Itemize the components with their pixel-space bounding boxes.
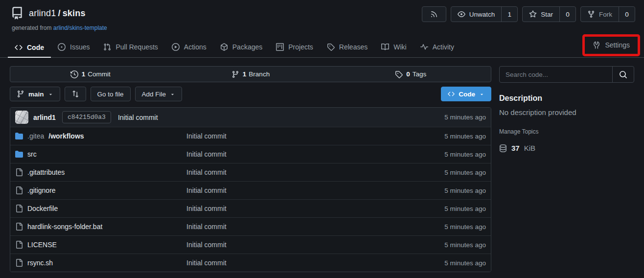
file-name: .gitattributes xyxy=(27,168,65,176)
tab-pull-requests[interactable]: Pull Requests xyxy=(96,37,164,57)
file-link[interactable]: hardlink-songs-folder.bat xyxy=(15,223,186,231)
repo-owner-link[interactable]: arlind1 xyxy=(29,8,56,18)
go-to-file-button[interactable]: Go to file xyxy=(91,87,131,101)
tags-stat[interactable]: 0 Tags xyxy=(331,70,491,78)
search-button[interactable] xyxy=(612,67,634,82)
star-button-group: Star 0 xyxy=(522,6,576,22)
code-toolbar: main Go to file Add File Code xyxy=(10,87,491,101)
database-icon xyxy=(499,144,507,152)
file-name: .gitignore xyxy=(27,186,56,194)
description-title: Description xyxy=(499,94,634,103)
issues-icon xyxy=(58,43,66,51)
star-button[interactable]: Star xyxy=(523,7,559,22)
generated-from: generated from arlind/skins-template xyxy=(12,24,635,31)
settings-highlight-annotation: Settings xyxy=(582,34,640,56)
tab-label: Wiki xyxy=(393,43,406,51)
file-link[interactable]: rsync.sh xyxy=(15,259,186,267)
packages-icon xyxy=(220,43,228,51)
file-commit-message[interactable]: Initial commit xyxy=(186,150,444,158)
file-link[interactable]: Dockerfile xyxy=(15,205,186,212)
tab-code[interactable]: Code xyxy=(8,38,51,58)
unwatch-button[interactable]: Unwatch xyxy=(451,7,502,22)
add-file-button[interactable]: Add File xyxy=(135,87,183,101)
repo-title: arlind1/skins xyxy=(29,8,86,19)
branch-icon xyxy=(17,90,24,98)
file-commit-message[interactable]: Initial commit xyxy=(186,186,444,194)
commit-author-link[interactable]: arlind1 xyxy=(33,114,56,121)
tab-label: Actions xyxy=(184,43,207,51)
tab-projects[interactable]: Projects xyxy=(269,37,320,57)
file-link[interactable]: src xyxy=(15,150,186,158)
repo-action-buttons: Unwatch 1 Star 0 Fork 0 xyxy=(422,6,635,22)
file-table: arlind1 c84215d0a3 Initial commit 5 minu… xyxy=(10,107,491,272)
file-commit-time: 5 minutes ago xyxy=(444,187,486,194)
file-row: rsync.shInitial commit5 minutes ago xyxy=(10,254,491,272)
actions-icon xyxy=(172,43,180,51)
file-commit-message[interactable]: Initial commit xyxy=(186,205,444,212)
file-icon xyxy=(15,168,23,176)
compare-button[interactable] xyxy=(65,87,86,101)
file-commit-message[interactable]: Initial commit xyxy=(186,259,444,267)
file-commit-time: 5 minutes ago xyxy=(444,241,486,249)
file-commit-message[interactable]: Initial commit xyxy=(186,168,444,176)
avatar[interactable] xyxy=(15,111,28,124)
tab-actions[interactable]: Actions xyxy=(165,37,213,57)
search-input[interactable] xyxy=(500,67,612,82)
branch-selector[interactable]: main xyxy=(10,87,60,101)
file-link[interactable]: .gitea/workflows xyxy=(15,132,186,140)
commits-stat[interactable]: 1 Commit xyxy=(10,70,170,78)
code-icon xyxy=(448,91,455,97)
fork-button[interactable]: Fork xyxy=(581,7,619,22)
tab-packages[interactable]: Packages xyxy=(213,37,269,57)
manage-topics-link[interactable]: Manage Topics xyxy=(499,128,539,135)
file-commit-time: 5 minutes ago xyxy=(444,133,486,140)
wiki-icon xyxy=(381,43,389,51)
tab-activity[interactable]: Activity xyxy=(414,37,461,57)
repo-name-link[interactable]: skins xyxy=(63,8,86,18)
tab-settings[interactable]: Settings xyxy=(585,37,638,54)
pull-request-icon xyxy=(103,43,111,51)
tab-issues[interactable]: Issues xyxy=(51,37,96,57)
tab-releases[interactable]: Releases xyxy=(320,37,374,57)
repo-size-unit: KiB xyxy=(524,144,535,152)
file-name: /workflows xyxy=(48,132,84,140)
code-icon xyxy=(15,44,23,51)
search-icon xyxy=(619,70,627,79)
add-file-label: Add File xyxy=(142,91,166,98)
commits-count: 1 xyxy=(82,70,86,78)
latest-commit-row: arlind1 c84215d0a3 Initial commit 5 minu… xyxy=(10,108,491,127)
file-path-prefix: .gitea xyxy=(27,132,44,140)
file-name: Dockerfile xyxy=(27,205,58,212)
folder-icon xyxy=(15,132,23,140)
code-download-button[interactable]: Code xyxy=(441,87,491,101)
tags-icon xyxy=(395,70,403,78)
file-commit-time: 5 minutes ago xyxy=(444,223,486,231)
tab-label: Issues xyxy=(70,43,90,51)
main-column: 1 Commit 1 Branch 0 Tags main xyxy=(10,66,491,272)
branches-stat[interactable]: 1 Branch xyxy=(170,70,330,78)
file-commit-message[interactable]: Initial commit xyxy=(186,241,444,249)
tab-wiki[interactable]: Wiki xyxy=(374,37,413,57)
commit-sha-link[interactable]: c84215d0a3 xyxy=(62,111,111,123)
file-commit-message[interactable]: Initial commit xyxy=(186,132,444,140)
generated-from-label: generated from xyxy=(12,24,51,31)
unwatch-button-group: Unwatch 1 xyxy=(451,6,518,22)
releases-icon xyxy=(327,43,335,51)
file-link[interactable]: LICENSE xyxy=(15,241,186,249)
file-link[interactable]: .gitignore xyxy=(15,186,186,194)
watchers-count[interactable]: 1 xyxy=(501,7,517,22)
tags-count: 0 xyxy=(406,70,410,78)
rss-button[interactable] xyxy=(422,6,446,22)
file-rows: .gitea/workflowsInitial commit5 minutes … xyxy=(10,127,491,272)
tab-label: Projects xyxy=(288,43,313,51)
repo-stats-bar: 1 Commit 1 Branch 0 Tags xyxy=(10,66,491,82)
file-link[interactable]: .gitattributes xyxy=(15,168,186,176)
file-commit-message[interactable]: Initial commit xyxy=(186,223,444,231)
compare-icon xyxy=(71,90,79,98)
commit-message-link[interactable]: Initial commit xyxy=(118,114,158,121)
forks-count[interactable]: 0 xyxy=(619,7,635,22)
repo-size-value: 37 xyxy=(511,144,520,152)
stars-count[interactable]: 0 xyxy=(559,7,575,22)
template-repo-link[interactable]: arlind/skins-template xyxy=(53,24,107,31)
file-name: LICENSE xyxy=(27,241,57,249)
